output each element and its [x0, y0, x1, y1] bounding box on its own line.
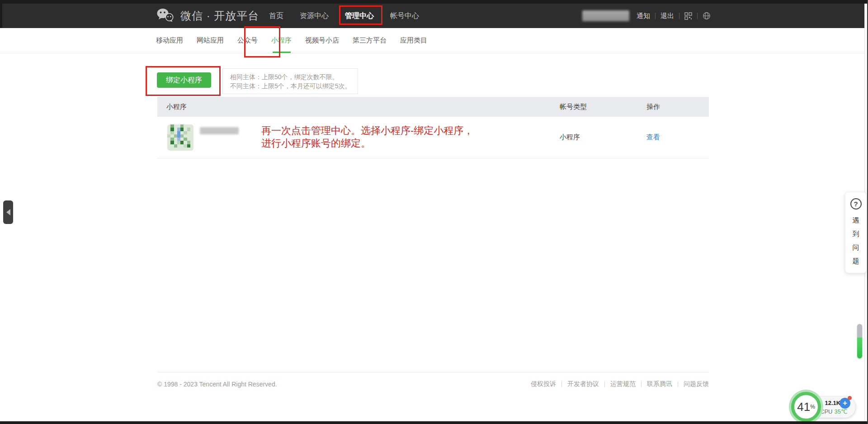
tab-third-party-platform[interactable]: 第三方平台 [353, 28, 387, 53]
limit-line-2: 不同主体：上限5个，本月还可以绑定5次。 [230, 81, 358, 91]
limit-line-1: 相同主体：上限50个，绑定次数不限。 [230, 72, 358, 81]
nav-account-center[interactable]: 帐号中心 [390, 11, 419, 21]
main-nav: 首页 资源中心 管理中心 帐号中心 [269, 4, 419, 28]
column-header-account-type: 帐号类型 [560, 103, 646, 111]
divider [655, 13, 656, 19]
column-header-action: 操作 [646, 103, 709, 111]
bind-limit-info: 相同主体：上限50个，绑定次数不限。 不同主体：上限5个，本月还可以绑定5次。 [222, 68, 358, 94]
tab-official-account[interactable]: 公众号 [237, 28, 258, 53]
tutorial-annotation: 再一次点击管理中心。选择小程序-绑定小程序， 进行小程序账号的绑定。 [261, 124, 473, 150]
tab-mobile-app[interactable]: 移动应用 [156, 28, 183, 53]
divider [697, 13, 698, 19]
help-char: 题 [853, 254, 859, 268]
scroll-indicator-thumb [857, 338, 862, 358]
usage-percent-unit: % [810, 404, 815, 410]
miniprogram-table: 小程序 帐号类型 操作 再一次点击管理中心。选择小程序-绑定小程序， [157, 97, 709, 158]
notice-link[interactable]: 通知 [637, 12, 650, 20]
copyright-text: © 1998 - 2023 Tencent All Right Reserved… [157, 381, 277, 388]
miniprogram-icon-blurred [167, 124, 193, 151]
account-type-cell: 小程序 [560, 133, 646, 142]
divider [641, 381, 642, 387]
footer-link-operation-rules[interactable]: 运营规范 [610, 380, 636, 388]
tab-website-app[interactable]: 网站应用 [197, 28, 224, 53]
cpu-label: CPU [820, 408, 832, 415]
annotation-line-2: 进行小程序账号的绑定。 [261, 137, 473, 150]
system-monitor-widget[interactable]: ↓12.1K/s CPU35℃ 41% + [788, 389, 861, 424]
brand-title: 微信 · 开放平台 [180, 9, 259, 23]
header-user-area: 通知 退出 [582, 4, 711, 28]
nav-resource-center[interactable]: 资源中心 [300, 11, 329, 21]
logout-link[interactable]: 退出 [660, 12, 674, 20]
username-redacted[interactable] [582, 10, 629, 21]
wechat-logo-icon [156, 8, 175, 24]
question-circle-icon: ? [850, 198, 862, 210]
nav-home[interactable]: 首页 [269, 11, 283, 21]
language-globe-icon[interactable] [703, 12, 711, 20]
tab-channels-shop[interactable]: 视频号小店 [305, 28, 339, 53]
action-cell: 查看 [646, 133, 709, 142]
footer-link-contact-tencent[interactable]: 联系腾讯 [647, 380, 672, 388]
divider [679, 13, 679, 19]
divider [604, 381, 605, 387]
table-row: 再一次点击管理中心。选择小程序-绑定小程序， 进行小程序账号的绑定。 小程序 查… [157, 117, 709, 158]
annotation-line-1: 再一次点击管理中心。选择小程序-绑定小程序， [261, 124, 473, 137]
scroll-indicator-track [857, 324, 862, 338]
cpu-stat: CPU35℃ [820, 407, 848, 416]
usage-percent: 41 [797, 400, 810, 414]
footer-link-infringement[interactable]: 侵权投诉 [531, 380, 556, 388]
tab-app-category[interactable]: 应用类目 [400, 28, 427, 53]
miniprogram-name-redacted [200, 127, 239, 134]
chevron-left-icon [6, 209, 10, 215]
footer-links: 侵权投诉 开发者协议 运营规范 联系腾讯 问题反馈 [531, 380, 709, 388]
window-edge [0, 4, 2, 28]
footer: © 1998 - 2023 Tencent All Right Reserved… [157, 372, 709, 388]
footer-link-developer-agreement[interactable]: 开发者协议 [567, 380, 599, 388]
bind-miniprogram-button[interactable]: 绑定小程序 [157, 72, 211, 88]
top-header: 微信 · 开放平台 首页 资源中心 管理中心 帐号中心 通知 退出 [0, 4, 864, 28]
brand[interactable]: 微信 · 开放平台 [156, 4, 259, 28]
table-header: 小程序 帐号类型 操作 [157, 97, 709, 117]
help-char: 到 [853, 227, 859, 241]
nav-management-center[interactable]: 管理中心 [345, 11, 374, 21]
help-char: 遇 [853, 214, 859, 227]
scroll-indicator-pill[interactable] [857, 324, 862, 358]
memory-usage-gauge: 41% [791, 392, 821, 422]
cpu-temp-value: 35℃ [834, 408, 847, 415]
window-bottom-edge [0, 421, 868, 424]
tab-miniprogram[interactable]: 小程序 [271, 28, 292, 53]
sidebar-collapse-toggle[interactable] [3, 200, 13, 224]
divider [678, 381, 678, 387]
qr-code-icon[interactable] [684, 12, 692, 20]
help-widget[interactable]: ? 遇 到 问 题 [845, 192, 867, 273]
monitor-notification-dot [848, 396, 852, 400]
help-char: 问 [853, 241, 859, 254]
window-top-edge [0, 0, 868, 4]
view-link[interactable]: 查看 [646, 133, 660, 141]
column-header-miniprogram: 小程序 [157, 103, 560, 111]
divider [561, 381, 562, 387]
footer-link-feedback[interactable]: 问题反馈 [684, 380, 709, 388]
app-type-tabbar: 移动应用 网站应用 公众号 小程序 视频号小店 第三方平台 应用类目 [0, 28, 864, 53]
